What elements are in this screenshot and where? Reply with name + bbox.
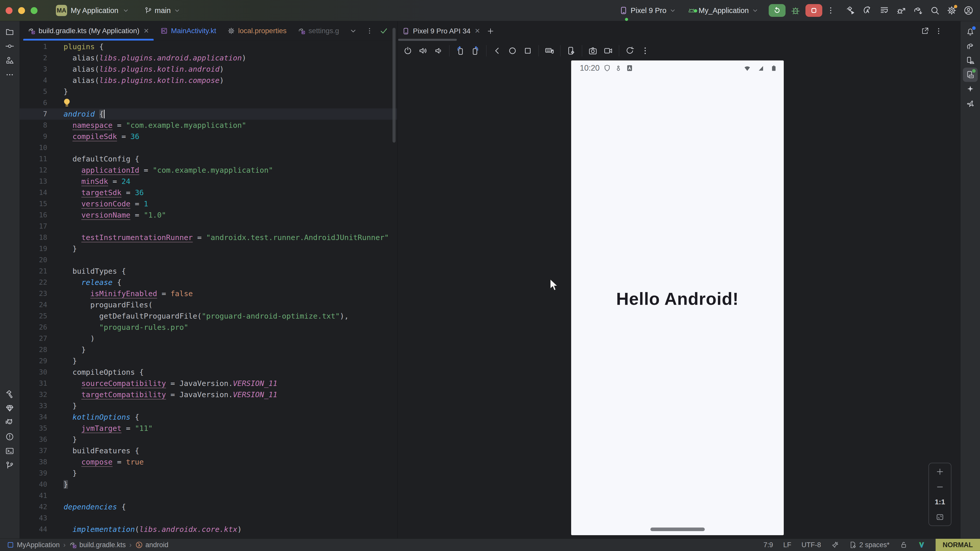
run-kebab-menu[interactable] bbox=[826, 6, 835, 15]
tab-scroll-indicator[interactable] bbox=[398, 39, 457, 41]
code-line-26[interactable]: 26 "proguard-rules.pro" bbox=[20, 322, 397, 333]
debug-button[interactable] bbox=[790, 5, 801, 16]
code-line-11[interactable]: 11 defaultConfig { bbox=[20, 153, 397, 165]
home-button[interactable] bbox=[506, 44, 519, 57]
tool-window-version-control[interactable] bbox=[2, 458, 17, 472]
code-line-22[interactable]: 22 release { bbox=[20, 277, 397, 288]
highlighting-level-icon[interactable] bbox=[831, 541, 839, 549]
code-line-25[interactable]: 25 getDefaultProguardFile("proguard-andr… bbox=[20, 310, 397, 322]
code-line-2[interactable]: 2 alias(libs.plugins.android.application… bbox=[20, 52, 397, 64]
code-line-27[interactable]: 27 ) bbox=[20, 333, 397, 344]
code-line-41[interactable]: 41 bbox=[20, 490, 397, 501]
code-line-18[interactable]: 18 testInstrumentationRunner = "androidx… bbox=[20, 232, 397, 243]
code-line-14[interactable]: 14 targetSdk = 36 bbox=[20, 187, 397, 198]
attach-debugger-button[interactable] bbox=[896, 6, 906, 15]
window-close-button[interactable] bbox=[6, 7, 13, 14]
code-line-10[interactable]: 10 bbox=[20, 142, 397, 153]
soft-keyboard-button[interactable] bbox=[543, 44, 556, 57]
tool-window-gradle[interactable] bbox=[963, 39, 978, 53]
line-separator[interactable]: LF bbox=[783, 541, 791, 549]
rotate-right-button[interactable] bbox=[469, 44, 482, 57]
code-line-19[interactable]: 19 } bbox=[20, 243, 397, 254]
tool-window-build[interactable] bbox=[2, 387, 17, 401]
volume-down-button[interactable] bbox=[432, 44, 445, 57]
code-line-35[interactable]: 35 jvmTarget = "11" bbox=[20, 423, 397, 434]
code-line-8[interactable]: 8 namespace = "com.example.myapplication… bbox=[20, 120, 397, 131]
stop-button[interactable] bbox=[805, 4, 822, 17]
add-device-tab-button[interactable] bbox=[487, 27, 494, 35]
device-tab[interactable]: Pixel 9 Pro API 34 ✕ bbox=[402, 27, 480, 35]
apply-changes-button[interactable] bbox=[862, 6, 872, 15]
account-button[interactable] bbox=[964, 6, 974, 15]
inspection-ok-icon[interactable] bbox=[380, 27, 388, 35]
code-line-21[interactable]: 21 buildTypes { bbox=[20, 265, 397, 277]
ideavim-icon[interactable] bbox=[918, 541, 925, 549]
code-line-7[interactable]: 7android { bbox=[20, 108, 397, 120]
device-settings-button[interactable] bbox=[565, 44, 578, 57]
tool-window-commit[interactable] bbox=[2, 39, 17, 53]
code-line-9[interactable]: 9 compileSdk = 36 bbox=[20, 131, 397, 142]
tool-window-terminal[interactable] bbox=[2, 444, 17, 458]
apply-code-changes-button[interactable] bbox=[880, 6, 889, 15]
editor-scrollbar[interactable] bbox=[393, 28, 396, 143]
code-line-15[interactable]: 15 versionCode = 1 bbox=[20, 198, 397, 210]
breadcrumb-android[interactable]: android bbox=[135, 541, 169, 549]
code-line-32[interactable]: 32 targetCompatibility = JavaVersion.VER… bbox=[20, 389, 397, 400]
tool-window-project[interactable] bbox=[2, 25, 17, 39]
code-editor[interactable]: 1plugins {2 alias(libs.plugins.android.a… bbox=[20, 41, 397, 539]
close-tab-icon[interactable]: ✕ bbox=[143, 27, 149, 35]
tool-window-problems[interactable] bbox=[2, 430, 17, 444]
code-line-4[interactable]: 4 alias(libs.plugins.kotlin.compose) bbox=[20, 75, 397, 86]
snapshot-reset-button[interactable] bbox=[623, 44, 636, 57]
code-line-12[interactable]: 12 applicationId = "com.example.myapplic… bbox=[20, 165, 397, 176]
project-widget[interactable]: MA My Application bbox=[56, 5, 129, 16]
code-line-40[interactable]: 40} bbox=[20, 479, 397, 490]
tool-window-more-tool-windows[interactable] bbox=[2, 68, 17, 82]
breadcrumb-MyApplication[interactable]: MyApplication bbox=[6, 541, 60, 549]
window-zoom-button[interactable] bbox=[30, 7, 38, 14]
screenshot-button[interactable] bbox=[586, 44, 600, 57]
code-line-43[interactable]: 43 bbox=[20, 513, 397, 524]
vim-mode-badge[interactable]: NORMAL bbox=[935, 539, 980, 551]
branch-widget[interactable]: main bbox=[145, 6, 180, 15]
tool-window-logcat[interactable] bbox=[2, 415, 17, 430]
code-line-34[interactable]: 34 kotlinOptions { bbox=[20, 411, 397, 423]
zoom-in-button[interactable] bbox=[935, 467, 944, 476]
close-device-tab-icon[interactable]: ✕ bbox=[475, 27, 480, 35]
code-line-24[interactable]: 24 proguardFiles( bbox=[20, 299, 397, 310]
code-line-3[interactable]: 3 alias(libs.plugins.kotlin.android) bbox=[20, 64, 397, 75]
code-line-1[interactable]: 1plugins { bbox=[20, 41, 397, 52]
file-encoding[interactable]: UTF-8 bbox=[801, 541, 821, 549]
tool-window-app-quality-insights[interactable] bbox=[2, 401, 17, 415]
fit-to-window-button[interactable] bbox=[935, 513, 944, 521]
rerun-button[interactable] bbox=[769, 4, 786, 17]
tool-window-assistant[interactable] bbox=[963, 96, 978, 110]
zoom-out-button[interactable] bbox=[935, 483, 944, 491]
gradle-sync-button[interactable] bbox=[913, 6, 923, 15]
tool-window-notifications[interactable] bbox=[963, 25, 978, 39]
code-line-37[interactable]: 37 buildFeatures { bbox=[20, 445, 397, 456]
rotate-left-button[interactable] bbox=[453, 44, 467, 57]
code-line-31[interactable]: 31 sourceCompatibility = JavaVersion.VER… bbox=[20, 378, 397, 389]
code-line-30[interactable]: 30 compileOptions { bbox=[20, 367, 397, 378]
tab-options-kebab-icon[interactable] bbox=[363, 27, 376, 35]
emulator-screen[interactable]: 10:20 Hello Android! bbox=[571, 60, 784, 535]
run-config-selector[interactable]: My_Application bbox=[687, 6, 759, 15]
code-line-29[interactable]: 29 } bbox=[20, 355, 397, 367]
kebab-button[interactable] bbox=[638, 44, 652, 57]
tool-window-structure[interactable] bbox=[2, 53, 17, 68]
tool-window-running-devices[interactable] bbox=[963, 68, 978, 82]
volume-up-button[interactable] bbox=[417, 44, 430, 57]
intention-bulb-icon[interactable] bbox=[64, 99, 70, 107]
window-minimize-button[interactable] bbox=[18, 7, 25, 14]
build-hammer-button[interactable] bbox=[846, 6, 856, 15]
code-line-23[interactable]: 23 isMinifyEnabled = false bbox=[20, 288, 397, 299]
screen-record-button[interactable] bbox=[601, 44, 615, 57]
code-line-20[interactable]: 20 bbox=[20, 254, 397, 265]
code-line-17[interactable]: 17 bbox=[20, 221, 397, 232]
zoom-ratio-button[interactable]: 1:1 bbox=[935, 498, 945, 506]
navigation-pill[interactable] bbox=[650, 527, 705, 531]
indent-config[interactable]: 2 spaces* bbox=[849, 541, 890, 549]
minimize-icon[interactable] bbox=[948, 27, 956, 35]
code-line-38[interactable]: 38 compose = true bbox=[20, 456, 397, 468]
